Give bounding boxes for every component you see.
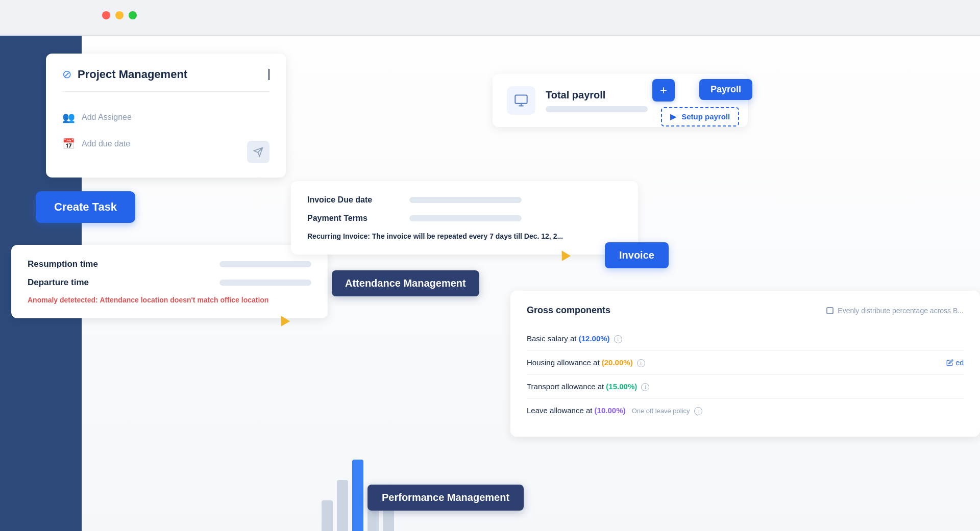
transport-info-icon[interactable]: i <box>641 383 649 391</box>
basic-salary-row: Basic salary at (12.00%) i <box>527 327 964 351</box>
departure-bar <box>219 280 311 286</box>
basic-salary-label: Basic salary at (12.00%) i <box>527 334 622 343</box>
departure-row: Departure time <box>28 277 311 288</box>
send-button[interactable] <box>247 141 270 163</box>
invoice-card: Invoice Due date Payment Terms Recurring… <box>291 181 638 255</box>
gross-header: Gross components Evenly distribute perce… <box>527 305 964 316</box>
add-button[interactable]: + <box>652 79 675 102</box>
payment-terms-label: Payment Terms <box>307 214 399 223</box>
housing-allowance-label: Housing allowance at (20.00%) i <box>527 358 645 367</box>
text-cursor <box>268 69 270 80</box>
check-circle-icon: ⊘ <box>62 68 71 81</box>
payment-terms-bar <box>409 215 522 221</box>
attendance-management-badge: Attendance Management <box>332 270 479 296</box>
leave-allowance-row: Leave allowance at (10.00%) One off leav… <box>527 399 964 422</box>
performance-management-badge: Performance Management <box>368 485 524 511</box>
payroll-bar <box>546 106 648 112</box>
leave-allowance-label: Leave allowance at (10.00%) One off leav… <box>527 406 702 415</box>
recurring-text: Recurring Invoice: The invoice will be r… <box>307 232 622 240</box>
chart-bar <box>322 500 333 531</box>
cursor-pointer-icon: ▶ <box>670 112 676 121</box>
cursor-arrow-2 <box>278 315 288 324</box>
anomaly-detail: Attendance location doesn't match office… <box>100 296 269 304</box>
leave-policy-note: One off leave policy <box>632 407 690 415</box>
payroll-badge: Payroll <box>699 79 752 100</box>
distribute-checkbox[interactable] <box>826 307 834 314</box>
payroll-icon <box>507 86 535 115</box>
close-icon[interactable] <box>102 11 110 19</box>
add-due-date-label: Add due date <box>82 139 130 148</box>
browser-chrome <box>0 0 980 36</box>
resumption-label: Resumption time <box>28 259 98 269</box>
housing-allowance-percent: (20.00%) <box>602 358 633 367</box>
housing-edit-link[interactable]: ed <box>946 359 964 367</box>
attendance-card: Resumption time Departure time Anomaly d… <box>11 245 328 318</box>
transport-allowance-row: Transport allowance at (15.00%) i <box>527 375 964 399</box>
chart-area <box>316 429 419 531</box>
add-assignee-label: Add Assignee <box>82 113 132 122</box>
resumption-bar <box>219 261 311 267</box>
distribute-label: Evenly distribute percentage across B... <box>838 307 964 315</box>
card-header: ⊘ Project Management <box>62 68 270 92</box>
add-due-date-field[interactable]: 📅 Add due date <box>62 131 270 157</box>
fullscreen-icon[interactable] <box>129 11 137 19</box>
traffic-lights <box>102 11 137 19</box>
due-date-label: Invoice Due date <box>307 195 399 205</box>
distribute-checkbox-area[interactable]: Evenly distribute percentage across B... <box>826 307 964 315</box>
due-date-bar <box>409 197 522 203</box>
invoice-badge: Invoice <box>605 242 669 268</box>
project-management-card: ⊘ Project Management 👥 Add Assignee 📅 Ad… <box>46 54 286 178</box>
basic-salary-info-icon[interactable]: i <box>614 335 622 343</box>
leave-info-icon[interactable]: i <box>694 407 702 415</box>
edit-label: ed <box>955 359 964 367</box>
minimize-icon[interactable] <box>115 11 124 19</box>
housing-allowance-info-icon[interactable]: i <box>637 359 645 367</box>
chart-bar <box>352 460 363 531</box>
project-management-title: Project Management <box>78 68 262 81</box>
setup-payroll-link[interactable]: ▶ Setup payroll <box>661 107 739 127</box>
due-date-field: Invoice Due date <box>307 195 622 205</box>
basic-salary-percent: (12.00%) <box>579 334 610 343</box>
users-icon: 👥 <box>62 111 75 123</box>
gross-components-card: Gross components Evenly distribute perce… <box>510 291 980 437</box>
recurring-detail: The invoice will be repeated every 7 day… <box>372 232 563 240</box>
cursor-arrow-1 <box>559 250 569 259</box>
transport-allowance-percent: (15.00%) <box>606 382 637 391</box>
leave-allowance-percent: (10.00%) <box>595 406 626 415</box>
resumption-row: Resumption time <box>28 259 311 269</box>
payment-terms-field: Payment Terms <box>307 214 622 223</box>
housing-allowance-row: Housing allowance at (20.00%) i ed <box>527 351 964 375</box>
gross-title: Gross components <box>527 305 610 316</box>
transport-allowance-label: Transport allowance at (15.00%) i <box>527 382 649 391</box>
svg-rect-2 <box>515 95 527 104</box>
chart-bar <box>337 480 348 531</box>
departure-label: Departure time <box>28 277 89 288</box>
anomaly-text: Anomaly detetected: Attendance location … <box>28 296 311 304</box>
add-assignee-field[interactable]: 👥 Add Assignee <box>62 104 270 131</box>
create-task-button[interactable]: Create Task <box>36 191 135 223</box>
calendar-icon: 📅 <box>62 138 75 150</box>
